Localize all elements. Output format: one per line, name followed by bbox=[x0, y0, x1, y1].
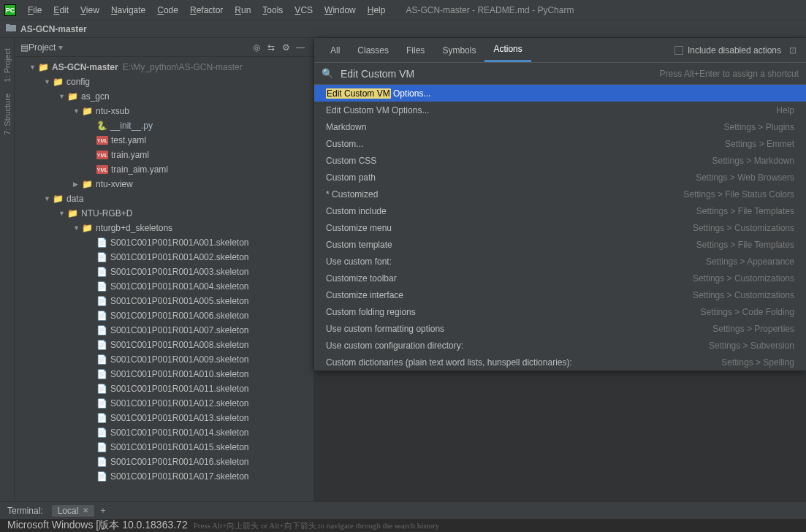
popup-result[interactable]: Custom pathSettings > Web Browsers bbox=[314, 169, 806, 186]
popup-tab-classes[interactable]: Classes bbox=[349, 38, 398, 62]
tree-file-skeleton[interactable]: 📄S001C001P001R001A006.skeleton bbox=[15, 308, 313, 323]
popup-result[interactable]: MarkdownSettings > Plugins bbox=[314, 118, 806, 135]
popup-result[interactable]: Customize menuSettings > Customizations bbox=[314, 219, 806, 236]
terminal-body[interactable]: Microsoft Windows [版本 10.0.18363.72 Pres… bbox=[0, 519, 806, 532]
gutter: 1: Project 7: Structure bbox=[0, 38, 15, 501]
popup-result[interactable]: Custom templateSettings > File Templates bbox=[314, 236, 806, 253]
window-title: AS-GCN-master - README.md - PyCharm bbox=[406, 5, 574, 15]
menu-file[interactable]: File bbox=[22, 5, 47, 15]
tree-file-skeleton[interactable]: 📄S001C001P001R001A005.skeleton bbox=[15, 294, 313, 308]
tree-folder-ntuxview[interactable]: ▶📁ntu-xview bbox=[15, 177, 313, 191]
popup-tab-all[interactable]: All bbox=[322, 38, 349, 62]
terminal-tab-local[interactable]: Local ✕ bbox=[52, 505, 95, 517]
tree-file-skeleton[interactable]: 📄S001C001P001R001A007.skeleton bbox=[15, 323, 313, 338]
tree-folder-data[interactable]: ▼📁data bbox=[15, 191, 313, 206]
tree-file-trainaim[interactable]: YMLtrain_aim.yaml bbox=[15, 162, 313, 177]
terminal-tabbar: Terminal: Local ✕ ＋ bbox=[0, 501, 806, 519]
chevron-down-icon[interactable]: ▾ bbox=[58, 42, 63, 53]
popup-result[interactable]: * CustomizedSettings > File Status Color… bbox=[314, 186, 806, 202]
tree-root-name: AS-GCN-master bbox=[52, 62, 118, 72]
gutter-tab-project[interactable]: 1: Project bbox=[3, 44, 12, 86]
tree-file-init[interactable]: 🐍__init__.py bbox=[15, 118, 313, 133]
tree-file-skeleton[interactable]: 📄S001C001P001R001A003.skeleton bbox=[15, 265, 313, 279]
search-popup: AllClassesFilesSymbolsActions Include di… bbox=[314, 38, 806, 370]
gutter-tab-structure[interactable]: 7: Structure bbox=[3, 89, 12, 140]
popup-result[interactable]: Custom CSSSettings > Markdown bbox=[314, 152, 806, 169]
menu-navigate[interactable]: Navigate bbox=[105, 5, 151, 15]
breadcrumb: AS-GCN-master bbox=[0, 20, 806, 38]
folder-icon bbox=[6, 23, 16, 34]
popup-results: Edit Custom VM Options...Edit Custom VM … bbox=[314, 85, 806, 370]
menu-view[interactable]: View bbox=[75, 5, 105, 15]
popup-result[interactable]: Custom dictionaries (plain text word lis… bbox=[314, 354, 806, 370]
locate-icon[interactable]: ◎ bbox=[249, 42, 264, 53]
popup-result[interactable]: Custom folding regionsSettings > Code Fo… bbox=[314, 303, 806, 320]
tree-file-skeleton[interactable]: 📄S001C001P001R001A013.skeleton bbox=[15, 411, 313, 425]
breadcrumb-root[interactable]: AS-GCN-master bbox=[20, 24, 87, 34]
popup-tab-actions[interactable]: Actions bbox=[484, 38, 531, 62]
popup-result[interactable]: Custom includeSettings > File Templates bbox=[314, 202, 806, 219]
tree-file-skeleton[interactable]: 📄S001C001P001R001A008.skeleton bbox=[15, 338, 313, 352]
tree-file-skeleton[interactable]: 📄S001C001P001R001A010.skeleton bbox=[15, 367, 313, 381]
tree-file-skeleton[interactable]: 📄S001C001P001R001A002.skeleton bbox=[15, 250, 313, 265]
tree-file-skeleton[interactable]: 📄S001C001P001R001A004.skeleton bbox=[15, 279, 313, 294]
project-panel: ▤ Project ▾ ◎ ⇆ ⚙ — ▼📁AS-GCN-masterE:\My… bbox=[15, 38, 314, 501]
menu-run[interactable]: Run bbox=[229, 5, 256, 15]
tree-root-path: E:\My_python\AS-GCN-master bbox=[123, 62, 243, 72]
menu-refactor[interactable]: Refactor bbox=[184, 5, 229, 15]
menu-code[interactable]: Code bbox=[151, 5, 184, 15]
search-hint: Press Alt+Enter to assign a shortcut bbox=[660, 69, 799, 79]
tree-file-skeleton[interactable]: 📄S001C001P001R001A014.skeleton bbox=[15, 425, 313, 440]
popup-tabs: AllClassesFilesSymbolsActions Include di… bbox=[314, 38, 806, 63]
menu-tools[interactable]: Tools bbox=[256, 5, 289, 15]
popup-result[interactable]: Customize toolbarSettings > Customizatio… bbox=[314, 270, 806, 286]
menu-edit[interactable]: Edit bbox=[47, 5, 75, 15]
tree-folder-skeletons[interactable]: ▼📁nturgb+d_skeletons bbox=[15, 221, 313, 235]
tree-file-skeleton[interactable]: 📄S001C001P001R001A009.skeleton bbox=[15, 352, 313, 367]
tree-file-skeleton[interactable]: 📄S001C001P001R001A015.skeleton bbox=[15, 440, 313, 455]
search-icon: 🔍 bbox=[322, 68, 333, 79]
tree-file-skeleton[interactable]: 📄S001C001P001R001A016.skeleton bbox=[15, 455, 313, 469]
tree-file-skeleton[interactable]: 📄S001C001P001R001A017.skeleton bbox=[15, 469, 313, 484]
project-title: Project bbox=[28, 42, 56, 53]
tree-file-skeleton[interactable]: 📄S001C001P001R001A012.skeleton bbox=[15, 396, 313, 411]
search-input[interactable] bbox=[341, 68, 654, 80]
gear-icon[interactable]: ⚙ bbox=[278, 42, 293, 53]
tree-file-train[interactable]: YMLtrain.yaml bbox=[15, 148, 313, 162]
menu-window[interactable]: Window bbox=[319, 5, 362, 15]
terminal-label: Terminal: bbox=[7, 506, 43, 516]
minimize-icon[interactable]: — bbox=[293, 42, 308, 53]
menubar: PC FileEditViewNavigateCodeRefactorRunTo… bbox=[0, 0, 806, 20]
popup-tab-symbols[interactable]: Symbols bbox=[433, 38, 484, 62]
checkbox-icon[interactable] bbox=[674, 46, 683, 55]
app-icon: PC bbox=[4, 4, 16, 16]
tree-folder-config[interactable]: ▼📁config bbox=[15, 75, 313, 89]
add-terminal-button[interactable]: ＋ bbox=[99, 504, 107, 517]
popup-result[interactable]: Edit Custom VM Options... bbox=[314, 85, 806, 102]
close-icon[interactable]: ✕ bbox=[83, 506, 88, 514]
project-tree[interactable]: ▼📁AS-GCN-masterE:\My_python\AS-GCN-maste… bbox=[15, 57, 313, 501]
popup-result[interactable]: Custom...Settings > Emmet bbox=[314, 135, 806, 152]
tree-folder-nturgbd[interactable]: ▼📁NTU-RGB+D bbox=[15, 206, 313, 221]
popup-result[interactable]: Use custom configuration directory:Setti… bbox=[314, 337, 806, 354]
popup-result[interactable]: Edit Custom VM Options...Help bbox=[314, 102, 806, 118]
pin-icon[interactable]: ⊡ bbox=[787, 45, 799, 56]
tree-file-skeleton[interactable]: 📄S001C001P001R001A011.skeleton bbox=[15, 381, 313, 396]
tree-root[interactable]: ▼📁AS-GCN-masterE:\My_python\AS-GCN-maste… bbox=[15, 60, 313, 75]
tree-file-skeleton[interactable]: 📄S001C001P001R001A001.skeleton bbox=[15, 235, 313, 250]
popup-result[interactable]: Customize interfaceSettings > Customizat… bbox=[314, 286, 806, 303]
tree-file-test[interactable]: YMLtest.yaml bbox=[15, 133, 313, 148]
popup-result[interactable]: Use custom formatting optionsSettings > … bbox=[314, 320, 806, 337]
include-disabled-checkbox[interactable]: Include disabled actions bbox=[674, 45, 781, 56]
project-header: ▤ Project ▾ ◎ ⇆ ⚙ — bbox=[15, 38, 313, 57]
menu-help[interactable]: Help bbox=[362, 5, 392, 15]
include-label: Include disabled actions bbox=[688, 45, 781, 56]
popup-tab-files[interactable]: Files bbox=[398, 38, 433, 62]
menu-vcs[interactable]: VCS bbox=[289, 5, 319, 15]
terminal-content: Microsoft Windows [版本 10.0.18363.72 bbox=[7, 519, 188, 532]
status-hint: Press Alt+向上箭头 or Alt+向下箭头 to navigate t… bbox=[194, 520, 440, 531]
collapse-icon[interactable]: ⇆ bbox=[264, 42, 278, 53]
popup-result[interactable]: Use custom font:Settings > Appearance bbox=[314, 253, 806, 270]
tree-folder-ntuxsub[interactable]: ▼📁ntu-xsub bbox=[15, 104, 313, 118]
tree-folder-asgcn[interactable]: ▼📁as_gcn bbox=[15, 89, 313, 104]
